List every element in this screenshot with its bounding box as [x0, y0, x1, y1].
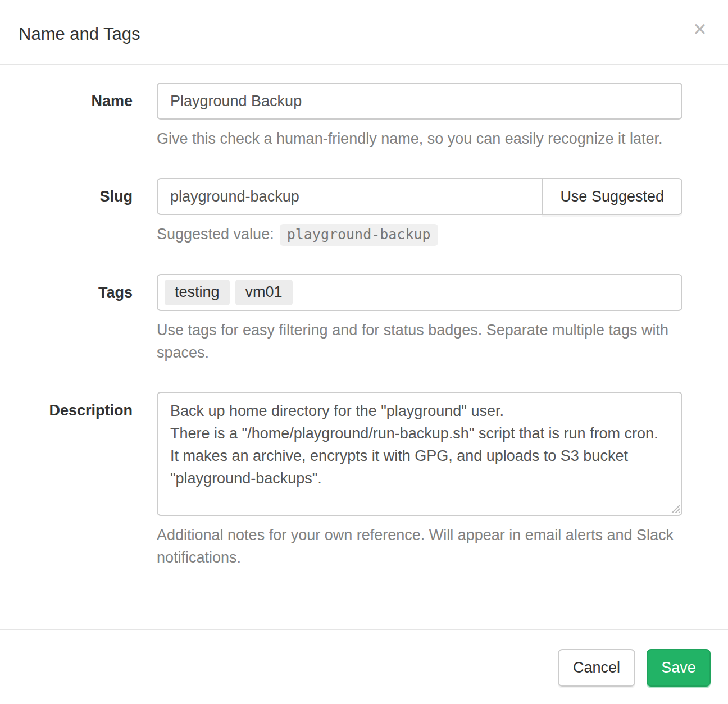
tags-field-group: Tags testingvm01 Use tags for easy filte…: [19, 274, 683, 364]
description-help-text: Additional notes for your own reference.…: [157, 524, 683, 569]
tags-input[interactable]: testingvm01: [157, 274, 683, 311]
description-field-group: Description Back up home directory for t…: [19, 392, 683, 569]
use-suggested-button[interactable]: Use Suggested: [542, 178, 683, 215]
close-button[interactable]: ✕: [688, 17, 712, 42]
description-label: Description: [49, 402, 133, 419]
name-help-text: Give this check a human-friendly name, s…: [157, 127, 683, 150]
save-button[interactable]: Save: [647, 649, 711, 687]
description-textarea[interactable]: Back up home directory for the "playgrou…: [157, 392, 683, 516]
suggested-value-label: Suggested value:: [157, 226, 274, 243]
cancel-button[interactable]: Cancel: [558, 649, 635, 687]
name-label: Name: [91, 93, 133, 109]
suggested-value-code: playground-backup: [280, 224, 438, 246]
tags-help-text: Use tags for easy filtering and for stat…: [157, 319, 683, 364]
tag-chip: vm01: [235, 280, 293, 305]
tags-label: Tags: [98, 284, 133, 301]
dialog-header: Name and Tags ✕: [0, 0, 728, 65]
name-and-tags-dialog: Name and Tags ✕ Name Give this check a h…: [0, 0, 728, 704]
slug-field-group: Slug Use Suggested Suggested value:playg…: [19, 178, 683, 246]
slug-label: Slug: [100, 188, 133, 205]
dialog-footer: Cancel Save: [0, 629, 728, 704]
close-icon: ✕: [693, 19, 707, 39]
dialog-title: Name and Tags: [19, 25, 709, 44]
slug-input-group: Use Suggested: [157, 178, 683, 215]
tag-chip: testing: [165, 280, 230, 305]
slug-input[interactable]: [157, 178, 542, 215]
name-field-group: Name Give this check a human-friendly na…: [19, 83, 683, 150]
suggested-value-line: Suggested value:playground-backup: [157, 224, 683, 246]
dialog-body: Name Give this check a human-friendly na…: [0, 65, 728, 629]
name-input[interactable]: [157, 83, 683, 120]
